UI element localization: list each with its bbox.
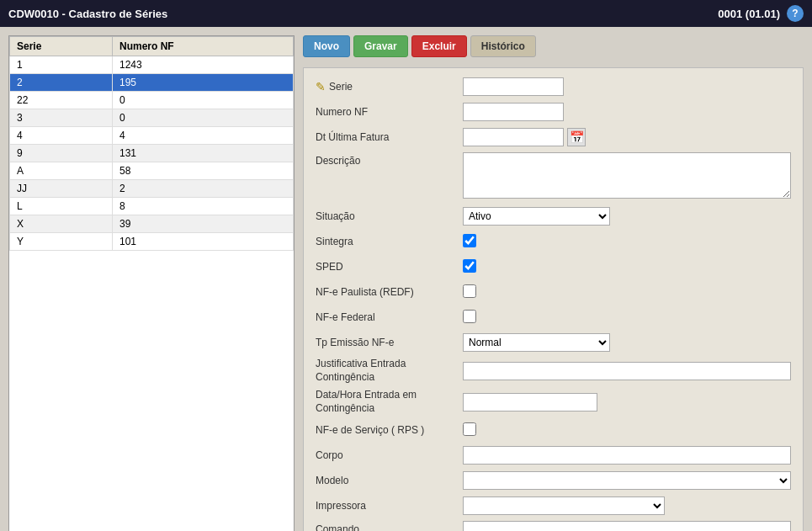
situacao-select[interactable]: AtivoInativo [463,207,610,226]
data-hora-control [463,393,791,412]
cell-serie: 2 [10,74,113,92]
modelo-select[interactable] [463,471,791,490]
comando-textarea[interactable] [463,521,791,531]
cell-serie: Y [10,233,113,251]
serie-input[interactable] [463,77,564,96]
cell-numero-nf: 39 [113,215,294,233]
app-title: CDW0010 - Cadastro de Séries [8,8,167,20]
sintegra-row: Sintegra [316,231,791,252]
right-panel: Novo Gravar Excluir Histórico ✎ Serie [303,35,804,531]
corpo-control [463,446,791,465]
descricao-control [463,152,791,201]
modelo-row: Modelo [316,470,791,491]
cell-serie: 1 [10,56,113,74]
cell-serie: X [10,215,113,233]
date-input-wrap: 📅 [463,128,791,146]
descricao-label: Descrição [316,152,463,167]
table-row[interactable]: 220 [10,92,294,109]
cell-numero-nf: 4 [113,127,294,145]
impressora-row: Impressora [316,496,791,516]
table-row[interactable]: L8 [10,198,294,215]
descricao-row: Descrição [316,152,791,201]
cell-numero-nf: 58 [113,162,294,180]
cell-numero-nf: 101 [113,233,294,251]
cell-serie: L [10,198,113,215]
table-row[interactable]: X39 [10,215,294,233]
pencil-icon: ✎ [316,80,326,93]
col-serie: Serie [10,37,113,56]
calendar-icon[interactable]: 📅 [567,128,586,146]
nfe-federal-checkbox[interactable] [463,310,476,323]
table-row[interactable]: 9131 [10,145,294,162]
sped-label: SPED [316,261,463,273]
dt-ultima-fatura-label: Dt Última Fatura [316,131,463,143]
toolbar: Novo Gravar Excluir Histórico [303,35,804,57]
impressora-label: Impressora [316,500,463,512]
tp-emissao-select[interactable]: NormalContingência SCANContingência FS-D… [463,333,610,352]
table-row[interactable]: A58 [10,162,294,180]
sintegra-control [463,234,791,250]
situacao-row: Situação AtivoInativo [316,206,791,226]
table-row[interactable]: Y101 [10,233,294,251]
nfe-servico-checkbox[interactable] [463,422,476,436]
series-table: Serie Numero NF 11243219522030449131A58J… [9,36,294,251]
modelo-control [463,471,791,490]
numero-nf-input[interactable] [463,103,564,121]
impressora-select[interactable] [463,496,665,515]
corpo-label: Corpo [316,449,463,461]
justificativa-control [463,362,791,380]
descricao-textarea[interactable] [463,152,791,199]
main-container: Serie Numero NF 11243219522030449131A58J… [0,27,812,531]
cell-serie: 22 [10,92,113,109]
historico-button[interactable]: Histórico [470,35,536,57]
table-row[interactable]: 11243 [10,56,294,74]
dt-ultima-fatura-input[interactable] [463,128,564,146]
form-area: ✎ Serie Numero NF Dt Última Fatura [303,67,804,531]
situacao-label: Situação [316,210,463,222]
cell-numero-nf: 195 [113,74,294,92]
table-row[interactable]: 30 [10,109,294,127]
nfe-paulista-checkbox[interactable] [463,284,476,298]
help-button[interactable]: ? [787,5,804,22]
novo-button[interactable]: Novo [303,35,350,57]
cell-numero-nf: 131 [113,145,294,162]
situacao-control: AtivoInativo [463,207,791,226]
table-row[interactable]: JJ2 [10,180,294,198]
sped-row: SPED [316,257,791,277]
cell-numero-nf: 1243 [113,56,294,74]
numero-nf-row: Numero NF [316,102,791,122]
data-hora-input[interactable] [463,393,597,412]
cell-serie: 9 [10,145,113,162]
cell-serie: 3 [10,109,113,127]
cell-numero-nf: 0 [113,92,294,109]
cell-serie: A [10,162,113,180]
nfe-paulista-label: NF-e Paulista (REDF) [316,286,463,298]
corpo-input[interactable] [463,446,791,465]
nfe-servico-row: NF-e de Serviço ( RPS ) [316,420,791,440]
nfe-servico-label: NF-e de Serviço ( RPS ) [316,424,463,436]
gravar-button[interactable]: Gravar [353,35,408,57]
comando-row: Comando [316,521,791,531]
serie-row: ✎ Serie [316,77,791,97]
cell-numero-nf: 2 [113,180,294,198]
numero-nf-label: Numero NF [316,106,463,118]
corpo-row: Corpo [316,445,791,465]
serie-label-text: Serie [329,81,353,93]
justificativa-label: Justificativa Entrada Contingência [316,358,463,384]
tp-emissao-label: Tp Emissão NF-e [316,337,463,348]
comando-label: Comando [316,521,463,531]
title-bar: CDW0010 - Cadastro de Séries 0001 (01.01… [0,0,812,27]
sintegra-label: Sintegra [316,236,463,247]
app-info: 0001 (01.01) [718,8,780,20]
data-hora-row: Data/Hora Entrada em Contingência [316,389,791,415]
nfe-federal-control [463,310,791,326]
justificativa-input[interactable] [463,362,791,380]
table-row[interactable]: 44 [10,127,294,145]
sped-checkbox[interactable] [463,259,476,273]
table-row[interactable]: 2195 [10,74,294,92]
nfe-servico-control [463,422,791,438]
excluir-button[interactable]: Excluir [411,35,467,57]
data-hora-label: Data/Hora Entrada em Contingência [316,389,463,415]
sintegra-checkbox[interactable] [463,234,476,247]
justificativa-row: Justificativa Entrada Contingência [316,358,791,384]
